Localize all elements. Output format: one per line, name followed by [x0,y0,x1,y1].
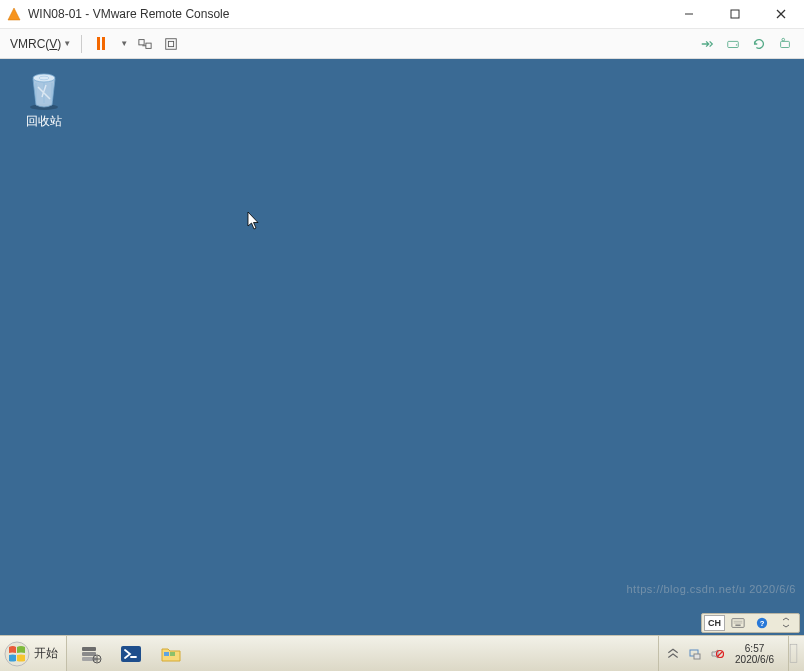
vmrc-menu-label-pre: VMRC( [10,37,49,51]
fullscreen-icon [164,37,178,51]
volume-mute-icon [710,647,724,661]
watermark-text: https://blog.csdn.net/u 2020/6/6 [626,583,796,595]
minimize-button[interactable] [666,0,712,29]
auto-send-icon [700,37,714,51]
send-keys-icon [138,37,152,51]
svg-rect-11 [781,41,790,47]
explorer-button[interactable] [151,636,191,671]
network-tray-button[interactable] [687,646,703,662]
manage-button[interactable] [774,33,796,55]
window-titlebar: WIN08-01 - VMware Remote Console [0,0,804,29]
svg-rect-33 [694,654,700,659]
svg-point-12 [782,38,785,41]
clock-time: 6:57 [745,643,764,654]
drive-icon [726,37,740,51]
refresh-icon [752,37,766,51]
svg-rect-36 [790,645,797,663]
taskbar-clock[interactable]: 6:57 2020/6/6 [731,643,778,665]
language-code: CH [708,618,721,628]
clock-date: 2020/6/6 [735,654,774,665]
chevron-up-icon [666,647,680,661]
send-cad-button[interactable] [134,33,156,55]
vmrc-toolbar: VMRC(V) ▼ ▼ [0,29,804,59]
svg-rect-24 [82,652,96,656]
server-manager-button[interactable] [71,636,111,671]
tray-expand-button[interactable] [665,646,681,662]
windows-taskbar: 开始 [0,635,804,671]
maximize-button[interactable] [712,0,758,29]
svg-rect-5 [146,43,151,48]
show-desktop-button[interactable] [788,636,798,671]
show-desktop-icon [789,642,798,665]
volume-tray-button[interactable] [709,646,725,662]
svg-point-22 [5,642,29,666]
toolbar-divider [81,35,82,53]
svg-rect-1 [731,10,739,18]
settings-icon [778,37,792,51]
svg-rect-7 [166,38,177,49]
help-button[interactable]: ? [751,615,773,631]
explorer-icon [159,642,183,666]
taskbar-tasks-area[interactable] [195,636,658,671]
system-tray: 6:57 2020/6/6 [658,636,804,671]
chevron-down-icon: ▼ [120,39,128,48]
fullscreen-button[interactable] [160,33,182,55]
help-icon: ? [755,617,769,629]
vmrc-menu-label-key: V [49,37,57,51]
keyboard-button[interactable] [727,615,749,631]
pause-icon [97,37,105,50]
svg-point-10 [736,44,737,45]
close-button[interactable] [758,0,804,29]
mouse-cursor-icon [247,211,263,231]
remote-desktop[interactable]: 回收站 CH ? http [0,59,804,635]
chevron-down-icon [779,617,793,629]
svg-rect-25 [82,657,96,661]
pause-button[interactable] [90,33,112,55]
svg-text:?: ? [760,619,765,628]
refresh-button[interactable] [748,33,770,55]
svg-rect-30 [164,652,169,656]
start-button-label: 开始 [34,645,58,662]
window-controls [666,0,804,29]
language-bar: CH ? [701,613,800,633]
vmrc-menu-label-post: ) [57,37,61,51]
quick-launch [67,636,195,671]
window-title: WIN08-01 - VMware Remote Console [28,7,666,21]
langbar-options-button[interactable] [775,615,797,631]
connect-drive-button[interactable] [722,33,744,55]
recycle-bin-desktop-icon[interactable]: 回收站 [8,67,80,130]
recycle-bin-label: 回收站 [8,113,80,130]
svg-rect-23 [82,647,96,651]
svg-rect-31 [170,652,175,656]
vmware-app-icon [6,6,22,22]
pause-dropdown-button[interactable]: ▼ [116,33,130,55]
server-manager-icon [79,642,103,666]
language-indicator[interactable]: CH [704,615,725,631]
powershell-icon [119,642,143,666]
svg-rect-4 [139,39,144,44]
start-button[interactable]: 开始 [0,636,67,671]
windows-logo-icon [4,641,30,667]
auto-send-button[interactable] [696,33,718,55]
svg-point-14 [33,74,55,82]
svg-rect-8 [169,41,174,46]
keyboard-icon [731,617,745,629]
recycle-bin-icon [22,67,66,111]
network-icon [688,647,702,661]
chevron-down-icon: ▼ [63,39,71,48]
powershell-button[interactable] [111,636,151,671]
vmrc-menu[interactable]: VMRC(V) ▼ [6,33,75,55]
